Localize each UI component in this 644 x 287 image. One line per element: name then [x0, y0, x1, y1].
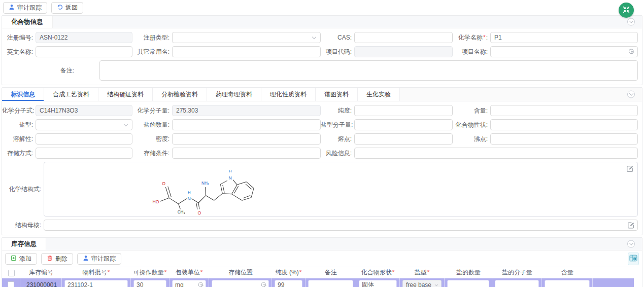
collapse-section-icon[interactable]	[627, 91, 635, 98]
col-storage-location: 存储位置	[209, 268, 272, 277]
inventory-table-header: 库存编号 物料批号* 可操作数量* 包装单位* 存储位置 纯度 (%)* 备注 …	[2, 267, 634, 278]
chevron-down-icon	[124, 122, 128, 126]
collapse-all-fab[interactable]	[619, 3, 634, 18]
salt-count-input[interactable]	[172, 119, 321, 130]
tab-biochem-experiment[interactable]: 生化实验	[358, 88, 400, 101]
salt-mw-cell-input[interactable]	[495, 280, 539, 287]
purity-input[interactable]	[354, 105, 453, 116]
structure-canvas[interactable]: HO O CH₃ N H O NH₂ H N	[44, 162, 638, 217]
click-select-icon[interactable]	[628, 49, 635, 55]
mw-label: 化学分子量:	[132, 106, 172, 115]
remark-cell-input[interactable]	[308, 280, 353, 287]
col-salt-count: 盐的数量	[445, 268, 492, 277]
trash-icon	[47, 255, 53, 263]
risk-info-input[interactable]	[354, 148, 638, 159]
svg-text:N: N	[188, 196, 191, 201]
cas-input[interactable]	[354, 32, 453, 43]
inventory-toolbar: 添加 删除 审计跟踪	[2, 250, 642, 267]
collapse-section-icon[interactable]	[627, 18, 635, 26]
click-select-icon[interactable]	[261, 282, 267, 287]
svg-text:NH₂: NH₂	[201, 181, 209, 186]
compound-shape-input[interactable]	[359, 280, 397, 287]
svg-text:O: O	[162, 181, 165, 186]
salt-count-cell-input[interactable]	[447, 280, 489, 287]
select-all-checkbox[interactable]	[8, 270, 15, 276]
content-cell-input[interactable]	[545, 280, 590, 287]
chem-name-input[interactable]	[490, 32, 638, 43]
person-icon	[9, 4, 15, 12]
purity-cell-input[interactable]	[275, 280, 302, 287]
salt-mw-label: 盐型分子量:	[321, 121, 354, 129]
inventory-audit-button[interactable]: 审计跟踪	[77, 253, 121, 265]
edit-structure-icon[interactable]	[626, 165, 634, 172]
tab-structure-confirmation[interactable]: 结构确证资料	[98, 88, 153, 101]
risk-info-label: 风险信息:	[321, 149, 354, 158]
storage-condition-label: 存储条件:	[132, 149, 172, 158]
storage-condition-input[interactable]	[172, 148, 321, 159]
row-checkbox[interactable]	[8, 281, 14, 287]
delete-row-button[interactable]: 删除	[41, 253, 73, 265]
tab-bar: 标识信息 合成工艺资料 结构确证资料 分析检验资料 药理毒理资料 理化性质资料 …	[2, 88, 642, 101]
character-input[interactable]	[490, 119, 638, 130]
batch-no-input[interactable]	[64, 280, 128, 287]
salt-count-label: 盐的数量:	[132, 121, 172, 129]
svg-text:O: O	[198, 210, 201, 216]
content-input[interactable]	[490, 105, 638, 116]
content-label: 含量:	[453, 106, 490, 115]
compound-info-card: 化合物信息 注册编号: 注册类型: CAS: 化学名称*: 英文名称:	[2, 15, 642, 85]
density-label: 密度:	[132, 135, 172, 144]
col-package-unit: 包装单位*	[170, 268, 209, 277]
alias-input[interactable]	[172, 46, 321, 57]
tab-pharm-tox[interactable]: 药理毒理资料	[207, 88, 261, 101]
tab-identification[interactable]: 标识信息	[2, 88, 44, 101]
tab-physchem-properties[interactable]: 理化性质资料	[261, 88, 316, 101]
storage-method-input[interactable]	[36, 148, 132, 159]
add-row-button[interactable]: 添加	[5, 253, 37, 265]
collapse-section-icon[interactable]	[627, 240, 635, 248]
character-label: 化合物性状:	[453, 121, 490, 129]
identification-card: 标识信息 合成工艺资料 结构确证资料 分析检验资料 药理毒理资料 理化性质资料 …	[2, 87, 642, 235]
salt-type-select[interactable]	[36, 119, 132, 130]
audit-trail-label: 审计跟踪	[17, 4, 42, 12]
en-name-input[interactable]	[36, 46, 132, 57]
boiling-point-input[interactable]	[490, 133, 638, 145]
click-select-icon[interactable]	[198, 282, 204, 287]
alias-label: 其它常用名:	[132, 48, 172, 56]
column-settings-button[interactable]	[628, 253, 639, 265]
project-code-input	[354, 46, 453, 57]
operable-qty-input[interactable]	[133, 280, 166, 287]
reg-no-input	[36, 32, 132, 43]
remark-label: 备注:	[2, 66, 99, 75]
compound-section-title: 化合物信息	[2, 16, 53, 28]
inventory-id-cell: 231000001	[20, 278, 62, 287]
back-button[interactable]: 返回	[51, 2, 83, 14]
tab-spectra[interactable]: 谱图资料	[316, 88, 358, 101]
tab-analysis-inspection[interactable]: 分析检验资料	[153, 88, 207, 101]
project-name-input[interactable]	[490, 46, 638, 57]
purity-label: 纯度:	[321, 106, 354, 115]
col-content: 含量	[542, 268, 593, 277]
reg-type-select[interactable]	[172, 32, 321, 43]
core-structure-input[interactable]	[44, 220, 638, 231]
svg-text:HO: HO	[153, 199, 159, 204]
top-toolbar: 审计跟踪 返回	[0, 0, 644, 15]
col-purity: 纯度 (%)*	[272, 268, 306, 277]
tab-synthesis-process[interactable]: 合成工艺资料	[44, 88, 98, 101]
salt-mw-input[interactable]	[354, 119, 453, 130]
salt-type-row-select[interactable]: free base	[402, 280, 442, 287]
solubility-input[interactable]	[36, 133, 132, 145]
svg-text:H: H	[229, 169, 232, 173]
delete-label: 删除	[55, 255, 67, 263]
structure-label: 化学结构式:	[2, 185, 44, 194]
add-label: 添加	[19, 255, 31, 263]
col-salt-mw: 盐的分子量	[492, 268, 542, 277]
inventory-card: 库存信息 添加 删除 审计跟踪 库存编号 物料批号* 可操作数量* 包装单位* …	[2, 237, 642, 287]
remark-textarea[interactable]	[99, 60, 638, 81]
melting-point-input[interactable]	[354, 133, 453, 145]
audit-trail-button[interactable]: 审计跟踪	[3, 2, 47, 14]
core-structure-label: 结构母核:	[2, 221, 44, 230]
salt-type-value: free base	[406, 281, 431, 287]
density-input[interactable]	[172, 133, 321, 145]
svg-text:CH₃: CH₃	[178, 210, 185, 214]
edit-core-icon[interactable]	[627, 222, 635, 229]
